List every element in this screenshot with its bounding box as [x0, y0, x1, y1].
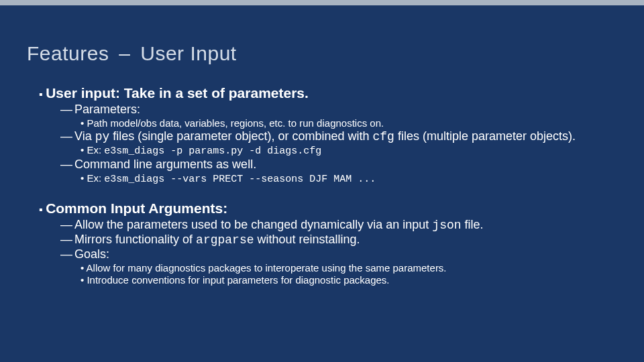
sub-mirrors-pre: Mirrors functionality of: [74, 233, 196, 246]
bullet-common-args: Common Input Arguments:: [39, 200, 617, 217]
subsub-goal-conventions: Introduce conventions for input paramete…: [80, 274, 617, 286]
subsub-ex-cmdline: Ex: e3sm_diags --vars PRECT --seasons DJ…: [80, 172, 617, 185]
top-bar: [0, 0, 644, 5]
code-argparse: argparse: [196, 233, 254, 247]
code-json: json: [432, 219, 461, 232]
sub-parameters-text: Parameters:: [74, 103, 140, 116]
sub-mirrors-argparse: Mirrors functionality of argparse withou…: [60, 233, 617, 247]
sub-allow-json: Allow the parameters used to be changed …: [60, 218, 617, 232]
title-part-1: Features: [27, 42, 109, 64]
slide-content: Features – User Input User input: Take i…: [0, 5, 644, 286]
sub-via-py: Via py files (single parameter object), …: [60, 129, 617, 143]
slide: Features – User Input User input: Take i…: [0, 0, 644, 362]
code-py: py: [95, 130, 110, 143]
subsub-path-model-text: Path model/obs data, variables, regions,…: [87, 117, 384, 129]
bullet-user-input-text: User input: Take in a set of parameters.: [46, 85, 309, 101]
subsub-ex-cmdline-pre: Ex:: [87, 172, 104, 184]
sub-via-py-mid: files (single parameter object), or comb…: [109, 129, 372, 143]
code-cfg: cfg: [373, 130, 394, 143]
sub-via-py-pre: Via: [74, 129, 95, 143]
spacer: [27, 186, 617, 198]
sub-cmdline: Command line arguments as well.: [60, 158, 617, 172]
code-ex-cmdline: e3sm_diags --vars PRECT --seasons DJF MA…: [104, 174, 376, 185]
code-ex-py: e3sm_diags -p params.py -d diags.cfg: [104, 145, 321, 157]
subsub-ex-py-pre: Ex:: [87, 144, 104, 156]
sub-mirrors-post: without reinstalling.: [254, 233, 360, 246]
sub-via-py-post: files (multiple parameter objects).: [394, 129, 576, 143]
subsub-goal-conventions-text: Introduce conventions for input paramete…: [87, 274, 389, 286]
subsub-path-model: Path model/obs data, variables, regions,…: [80, 117, 617, 129]
subsub-ex-py: Ex: e3sm_diags -p params.py -d diags.cfg: [80, 144, 617, 157]
bullet-common-args-text: Common Input Arguments:: [46, 200, 227, 216]
slide-title: Features – User Input: [27, 42, 617, 65]
title-part-2: User Input: [140, 42, 236, 64]
sub-goals: Goals:: [60, 247, 617, 261]
sub-cmdline-text: Command line arguments as well.: [74, 158, 256, 171]
subsub-goal-interop-text: Allow for many diagnostics packages to i…: [87, 262, 447, 274]
title-separator: –: [119, 42, 130, 64]
sub-parameters: Parameters:: [60, 103, 617, 117]
bullet-user-input: User input: Take in a set of parameters.: [39, 85, 617, 101]
subsub-goal-interop: Allow for many diagnostics packages to i…: [80, 262, 617, 274]
sub-goals-text: Goals:: [74, 247, 109, 261]
sub-allow-json-post: file.: [462, 218, 484, 231]
sub-allow-json-pre: Allow the parameters used to be changed …: [74, 218, 432, 231]
